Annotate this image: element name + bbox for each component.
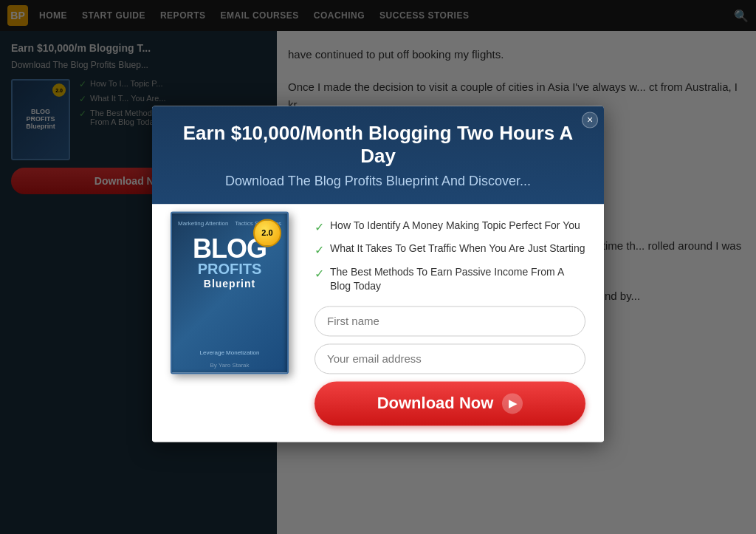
book-container: 2.0 Marketing Attention Tactics Strategi… <box>171 211 300 374</box>
check-icon-feature-2: ✓ <box>315 243 324 259</box>
book-profits-text: PROFITS <box>193 261 267 276</box>
feature-list: ✓ How To Identify A Money Making Topic P… <box>315 219 585 294</box>
check-icon-feature-3: ✓ <box>315 266 324 282</box>
feature-item-1: ✓ How To Identify A Money Making Topic P… <box>315 219 585 236</box>
book-cover: 2.0 Marketing Attention Tactics Strategi… <box>171 211 289 374</box>
feature-item-3: ✓ The Best Methods To Earn Passive Incom… <box>315 265 585 294</box>
book-author: By Yaro Starak <box>210 362 249 369</box>
download-now-button[interactable]: Download Now ▶ <box>315 381 585 425</box>
book-monetize-text: Leverage Monetization <box>178 350 281 357</box>
book-bottom-text: Leverage Monetization <box>178 350 281 357</box>
email-input[interactable] <box>315 343 585 374</box>
modal-form-area: ✓ How To Identify A Money Making Topic P… <box>315 219 585 425</box>
modal-body: 2.0 Marketing Attention Tactics Strategi… <box>152 204 604 442</box>
book-version-badge: 2.0 <box>253 219 281 247</box>
check-icon-feature-1: ✓ <box>315 219 324 236</box>
download-btn-label: Download Now <box>377 394 494 413</box>
download-arrow-icon: ▶ <box>502 393 523 414</box>
feature-item-2: ✓ What It Takes To Get Traffic When You … <box>315 242 585 259</box>
modal-title: Earn $10,000/Month Blogging Two Hours A … <box>173 122 583 168</box>
close-button[interactable]: × <box>582 112 598 128</box>
modal-header: Earn $10,000/Month Blogging Two Hours A … <box>152 106 604 204</box>
modal: × Earn $10,000/Month Blogging Two Hours … <box>152 106 604 442</box>
first-name-input[interactable] <box>315 306 585 336</box>
book-title-area: BLOG PROFITS Blueprint <box>193 236 267 290</box>
book-blueprint-text: Blueprint <box>193 278 267 290</box>
modal-subtitle: Download The Blog Profits Blueprint And … <box>173 174 583 189</box>
